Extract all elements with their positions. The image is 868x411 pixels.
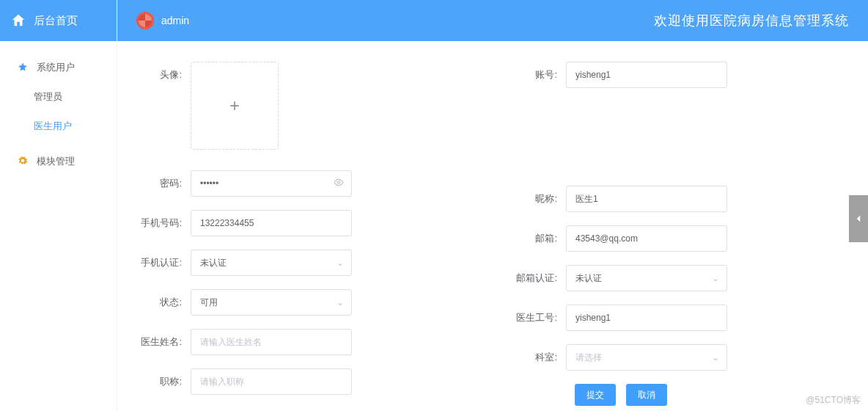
nav-label: 模块管理 — [37, 155, 75, 168]
phone-auth-label: 手机认证: — [117, 250, 191, 276]
avatar — [136, 12, 154, 29]
nav-doctor-users[interactable]: 医生用户 — [0, 112, 117, 141]
topbar-title: 欢迎使用医院病房信息管理系统 — [654, 12, 849, 29]
status-label: 状态: — [117, 289, 191, 316]
title-input[interactable] — [191, 368, 352, 395]
password-input[interactable] — [191, 170, 352, 197]
eye-icon[interactable] — [334, 178, 344, 190]
gear-icon — [18, 156, 29, 167]
dept-label: 科室: — [493, 344, 566, 371]
doctor-no-input[interactable] — [566, 305, 727, 331]
account-label: 账号: — [493, 62, 566, 88]
topbar: admin 欢迎使用医院病房信息管理系统 — [117, 0, 868, 41]
password-label: 密码: — [117, 170, 191, 197]
email-auth-select[interactable]: 未认证⌄ — [566, 265, 727, 291]
nav-label: 医生用户 — [34, 120, 72, 133]
chevron-down-icon: ⌄ — [712, 273, 719, 283]
chevron-down-icon: ⌄ — [712, 352, 719, 363]
main: admin 欢迎使用医院病房信息管理系统 头像: + 密码: — [117, 0, 868, 411]
topbar-user-name: admin — [161, 15, 189, 26]
nav-label: 系统用户 — [37, 61, 75, 74]
form-content: 头像: + 密码: 手机号码: 手机认证: — [117, 41, 868, 411]
nickname-input[interactable] — [566, 186, 727, 212]
watermark: @51CTO博客 — [806, 394, 861, 407]
sidebar-home-label: 后台首页 — [34, 14, 78, 28]
phone-input[interactable] — [191, 210, 352, 236]
title-label: 职称: — [117, 368, 191, 395]
sidebar-header[interactable]: 后台首页 — [0, 0, 117, 41]
doctor-name-label: 医生姓名: — [117, 329, 191, 355]
sidebar: 后台首页 系统用户 管理员 医生用户 模块管理 — [0, 0, 117, 411]
nav-admin[interactable]: 管理员 — [0, 82, 117, 112]
submit-button[interactable]: 提交 — [575, 384, 616, 406]
cancel-button[interactable]: 取消 — [626, 384, 667, 406]
account-input[interactable] — [566, 62, 727, 88]
nav-label: 管理员 — [34, 90, 62, 103]
star-icon — [18, 62, 29, 73]
sidebar-nav: 系统用户 管理员 医生用户 模块管理 — [0, 41, 117, 176]
status-select[interactable]: 可用⌄ — [191, 289, 352, 316]
chevron-down-icon: ⌄ — [336, 258, 344, 268]
nav-system-users[interactable]: 系统用户 — [0, 53, 117, 82]
dept-select[interactable]: 请选择⌄ — [566, 344, 727, 371]
nav-module-mgmt[interactable]: 模块管理 — [0, 147, 117, 176]
home-icon — [10, 12, 26, 29]
phone-auth-select[interactable]: 未认证⌄ — [191, 250, 352, 276]
doctor-no-label: 医生工号: — [493, 305, 566, 331]
topbar-user[interactable]: admin — [136, 12, 189, 29]
doctor-name-input[interactable] — [191, 329, 352, 355]
email-auth-label: 邮箱认证: — [493, 265, 566, 291]
phone-label: 手机号码: — [117, 210, 191, 236]
email-label: 邮箱: — [493, 225, 566, 252]
plus-icon: + — [229, 95, 240, 116]
email-input[interactable] — [566, 225, 727, 252]
avatar-upload[interactable]: + — [191, 62, 279, 150]
chevron-down-icon: ⌄ — [336, 297, 344, 308]
svg-point-0 — [337, 181, 340, 184]
nickname-label: 昵称: — [493, 186, 566, 212]
avatar-label: 头像: — [117, 62, 191, 88]
side-drawer-handle[interactable] — [849, 195, 868, 242]
